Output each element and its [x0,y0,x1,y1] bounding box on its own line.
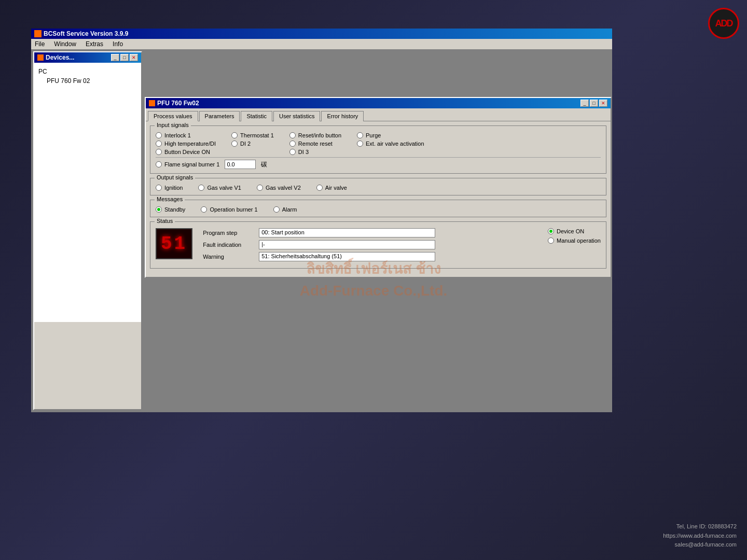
radio-gas-valve-v2-label: Gas valvel V2 [266,185,301,191]
radio-high-temp-label: High temperature/DI [164,141,216,147]
radio-high-temp[interactable]: High temperature/DI [156,141,216,147]
contact-info: Tel, Line ID: 028883472 https://www.add-… [663,522,737,550]
group-messages: Messages Standby Operation burner 1 [150,200,606,217]
tab-content-process-values: Input signals Interlock 1 High t [146,121,611,277]
output-signals-row: Ignition Gas valve V1 Gas valvel V2 [156,185,601,191]
radio-reset-info[interactable]: Reset/info button [289,132,341,138]
radio-standby-label: Standby [164,206,185,213]
flame-signal-row: Flame signal burner 1 碳 [156,160,601,169]
radio-purge-label: Purge [366,132,381,138]
device-pfu[interactable]: PFU 760 Fw 02 [38,76,137,86]
radio-manual-operation[interactable]: Manual operation [548,237,601,244]
pfu-close-button[interactable]: ✕ [599,100,607,107]
radio-remote-reset-label: Remote reset [298,141,333,147]
radio-device-on-label: Device ON [557,228,584,234]
fault-indication-row: Fault indication |- [203,240,527,249]
program-step-value: 00: Start position [259,228,435,237]
radio-remote-reset[interactable]: Remote reset [289,141,341,147]
radio-interlock1[interactable]: Interlock 1 [156,132,216,138]
contact-tel: Tel, Line ID: 028883472 [663,522,737,531]
radio-standby[interactable]: Standby [156,206,185,213]
radio-gas-valve-v1-label: Gas valve V1 [207,185,241,191]
radio-ext-air[interactable]: Ext. air valve activation [357,141,424,147]
radio-air-valve[interactable]: Air valve [316,185,347,191]
pfu-window: PFU 760 Fw02 _ □ ✕ Process values Parame… [145,97,612,278]
contact-website: https://www.add-furnace.com [663,531,737,541]
add-logo: ADD [708,8,739,39]
radio-ignition-label: Ignition [164,185,183,191]
input-signals-label: Input signals [155,122,191,128]
outer-window-title: BCSoft Service Version 3.9.9 [44,30,128,37]
pfu-minimize-button[interactable]: _ [580,100,589,107]
radio-gas-valve-v1[interactable]: Gas valve V1 [198,185,241,191]
radio-purge[interactable]: Purge [357,132,424,138]
radio-thermostat1[interactable]: Thermostat 1 [231,132,274,138]
menu-window[interactable]: Window [52,40,78,48]
output-signals-label: Output signals [155,174,195,180]
radio-device-on[interactable]: Device ON [548,228,601,234]
radio-gas-valve-v2[interactable]: Gas valvel V2 [257,185,301,191]
radio-operation-burner1[interactable]: Operation burner 1 [201,206,257,213]
radio-interlock1-label: Interlock 1 [164,132,191,138]
radio-purge-circle [357,132,363,138]
warning-label: Warning [203,254,255,260]
outer-titlebar: BCSoft Service Version 3.9.9 [31,29,612,39]
flame-signal-label: Flame signal burner 1 [164,161,219,167]
radio-ext-air-label: Ext. air valve activation [366,141,424,147]
flame-signal-unit: 碳 [261,160,267,169]
radio-device-on-circle [548,228,554,234]
fault-indication-value: |- [259,240,435,249]
radio-ignition-circle [156,185,162,191]
fault-indication-label: Fault indication [203,242,255,248]
menu-info[interactable]: Info [111,40,125,48]
desktop: ADD Tel, Line ID: 028883472 https://www.… [0,0,747,560]
radio-operation-burner1-circle [201,206,207,213]
radio-flame-signal[interactable]: Flame signal burner 1 [156,161,219,167]
pfu-titlebar: PFU 760 Fw02 _ □ ✕ [146,98,611,108]
group-output-signals: Output signals Ignition Gas valve V1 [150,178,606,195]
radio-di2-circle [231,141,238,147]
tab-bar: Process values Parameters Statistic User… [146,108,611,121]
pfu-maximize-button[interactable]: □ [590,100,598,107]
contact-email: sales@add-furnace.com [663,540,737,550]
radio-flame-circle [156,161,162,167]
radio-button-device-on-circle [156,149,162,155]
devices-maximize-button[interactable]: □ [120,54,129,61]
tab-error-history[interactable]: Error history [321,111,364,121]
status-label: Status [155,218,175,224]
tab-parameters[interactable]: Parameters [199,111,240,121]
radio-thermostat1-label: Thermostat 1 [240,132,274,138]
tab-statistic[interactable]: Statistic [241,111,272,121]
radio-di3-label: DI 3 [298,149,309,155]
radio-gas-valve-v1-circle [198,185,204,191]
radio-di3-circle [289,149,296,155]
pfu-icon [149,100,155,106]
radio-di2-label: DI 2 [240,141,251,147]
radio-di3[interactable]: DI 3 [289,149,341,155]
radio-alarm-circle [273,206,280,213]
tab-process-values[interactable]: Process values [148,111,198,121]
menu-file[interactable]: File [33,40,46,48]
radio-alarm[interactable]: Alarm [273,206,297,213]
radio-button-device-on[interactable]: Button Device ON [156,149,216,155]
warning-row: Warning 51: Sicherheitsabschaltung (51) [203,252,527,261]
radio-ignition[interactable]: Ignition [156,185,183,191]
status-right-indicators: Device ON Manual operation [548,228,601,244]
bcsoft-icon [34,30,42,37]
flame-signal-value-input[interactable] [225,160,256,169]
radio-di2[interactable]: DI 2 [231,141,274,147]
digital-display: 51 [156,228,192,259]
tab-user-statistics[interactable]: User statistics [273,111,320,121]
program-step-row: Program step 00: Start position [203,228,527,237]
radio-standby-circle [156,206,162,213]
radio-air-valve-circle [316,185,323,191]
menu-extras[interactable]: Extras [84,40,105,48]
devices-minimize-button[interactable]: _ [111,54,119,61]
devices-close-button[interactable]: ✕ [130,54,138,61]
device-pc[interactable]: PC [38,67,137,76]
devices-titlebar: Devices... _ □ ✕ [34,52,141,63]
radio-operation-burner1-label: Operation burner 1 [210,206,257,213]
radio-thermostat1-circle [231,132,238,138]
radio-ext-air-circle [357,141,363,147]
menu-bar: File Window Extras Info [31,39,612,49]
